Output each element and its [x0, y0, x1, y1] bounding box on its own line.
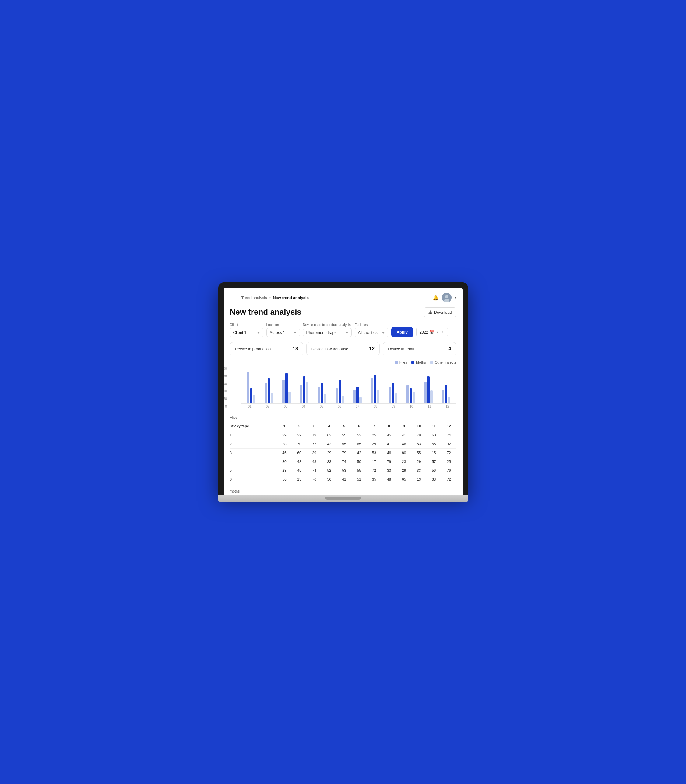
- table-cell: 46: [277, 448, 292, 457]
- device-filter-group: Device used to conduct analysis Pheromon…: [303, 323, 352, 337]
- bar-flies: [318, 386, 320, 403]
- bar-moths: [445, 385, 447, 404]
- location-select[interactable]: Adress 1: [266, 328, 300, 337]
- chart-group-10: [402, 367, 420, 403]
- download-button[interactable]: Download: [423, 307, 456, 318]
- chevron-down-icon[interactable]: ▾: [455, 296, 456, 300]
- page-title: New trend analysis: [230, 307, 302, 317]
- table-row: 3466039297942534680551572: [230, 448, 456, 457]
- chart-area: [241, 367, 456, 404]
- table-cell: 72: [441, 448, 456, 457]
- table-cell: 60: [426, 431, 441, 440]
- bar-moths: [321, 383, 323, 403]
- laptop-wrapper: ← → Trend analysis > New trend analysis …: [218, 282, 468, 502]
- bar-flies: [247, 372, 249, 404]
- client-select[interactable]: Client 1: [230, 328, 263, 337]
- bar-flies: [336, 388, 338, 404]
- bell-icon[interactable]: 🔔: [433, 295, 439, 301]
- flies-legend-dot: [395, 361, 398, 364]
- table-cell: 62: [322, 431, 337, 440]
- table-cell: 48: [382, 475, 397, 484]
- year-control: 2022 📅 ‹ ›: [416, 327, 448, 337]
- forward-arrow[interactable]: →: [236, 295, 240, 300]
- device-card-retail-label: Device in retail: [388, 347, 414, 351]
- table-cell: 65: [397, 475, 412, 484]
- bar-flies: [353, 390, 356, 403]
- bar-moths: [392, 383, 394, 403]
- bar-other: [288, 392, 291, 404]
- bar-flies: [282, 380, 285, 403]
- table-row: 2287077425565294146535532: [230, 440, 456, 448]
- location-label: Location: [266, 323, 300, 327]
- year-next-button[interactable]: ›: [441, 329, 444, 335]
- facilities-select[interactable]: All facilities: [355, 328, 388, 337]
- x-label-11: 11: [420, 405, 438, 408]
- bar-flies: [442, 390, 444, 403]
- back-arrow[interactable]: ←: [230, 295, 234, 300]
- table-cell: 5: [230, 466, 277, 475]
- x-label-8: 08: [367, 405, 385, 408]
- table-cell: 76: [441, 466, 456, 475]
- flies-table-body: 1392279625553254541796074228707742556529…: [230, 431, 456, 484]
- table-cell: 33: [426, 475, 441, 484]
- table-header-cell: 4: [322, 422, 337, 431]
- bar-moths: [338, 380, 341, 403]
- x-labels: 010203040506070809101112: [241, 405, 456, 408]
- table-cell: 65: [352, 440, 367, 448]
- bar-moths: [374, 375, 376, 404]
- filter-row: Client Client 1 Location Adress 1 Device…: [230, 323, 456, 337]
- bar-flies: [424, 381, 426, 404]
- chart-group-1: [242, 367, 260, 403]
- table-cell: 41: [382, 440, 397, 448]
- table-cell: 3: [230, 448, 277, 457]
- table-row: 4804843337450177923295725: [230, 457, 456, 466]
- bar-moths: [250, 388, 252, 404]
- table-header-cell: 9: [397, 422, 412, 431]
- moths-legend-dot: [412, 361, 415, 364]
- page-header: New trend analysis Download: [230, 307, 456, 318]
- device-card-retail: Device in retail 4: [383, 342, 456, 355]
- chart-group-2: [260, 367, 278, 403]
- table-cell: 45: [292, 466, 307, 475]
- table-cell: 28: [277, 466, 292, 475]
- table-cell: 53: [352, 431, 367, 440]
- table-cell: 33: [322, 457, 337, 466]
- device-select[interactable]: Pheromone traps: [303, 328, 352, 337]
- apply-button[interactable]: Apply: [391, 327, 413, 337]
- chart-group-9: [384, 367, 402, 403]
- bar-other: [271, 393, 273, 403]
- table-cell: 41: [397, 431, 412, 440]
- facilities-filter-group: Facilities All facilities: [355, 323, 388, 337]
- moths-legend-label: Moths: [416, 360, 426, 365]
- bar-other: [341, 396, 344, 403]
- table-header-cell: 3: [307, 422, 322, 431]
- flies-table: Sticky tape123456789101112 1392279625553…: [230, 422, 456, 484]
- laptop-notch: [325, 497, 361, 499]
- table-cell: 29: [322, 448, 337, 457]
- year-prev-button[interactable]: ‹: [436, 329, 440, 335]
- avatar[interactable]: [442, 293, 452, 303]
- bar-other: [413, 392, 415, 404]
- chart-group-7: [349, 367, 366, 403]
- table-cell: 55: [412, 448, 426, 457]
- table-header-cell: 7: [367, 422, 382, 431]
- table-cell: 33: [382, 466, 397, 475]
- calendar-icon: 📅: [430, 330, 434, 334]
- chart-group-3: [278, 367, 296, 403]
- table-cell: 72: [441, 475, 456, 484]
- svg-point-1: [445, 295, 448, 298]
- chart-group-6: [331, 367, 349, 403]
- chart-group-8: [366, 367, 384, 403]
- device-cards: Device in production 18 Device in wareho…: [230, 342, 456, 355]
- table-header-cell: 2: [292, 422, 307, 431]
- year-value: 2022: [420, 330, 428, 334]
- table-cell: 15: [426, 448, 441, 457]
- breadcrumb-sep: >: [269, 295, 271, 300]
- breadcrumb-parent[interactable]: Trend analysis: [242, 295, 267, 300]
- table-cell: 28: [277, 440, 292, 448]
- table-header-cell: 11: [426, 422, 441, 431]
- table-cell: 32: [441, 440, 456, 448]
- x-label-9: 09: [385, 405, 402, 408]
- chart-legend: Flies Moths Other insects: [230, 360, 456, 365]
- bar-moths: [427, 376, 430, 403]
